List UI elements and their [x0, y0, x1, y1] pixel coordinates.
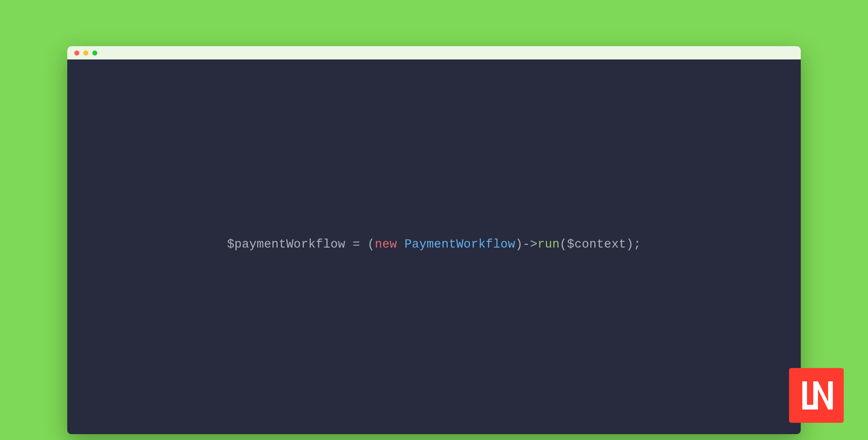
- maximize-icon[interactable]: [92, 50, 97, 56]
- code-class-name: PaymentWorkflow: [404, 237, 515, 251]
- code-semicolon: ;: [633, 237, 641, 251]
- code-space: [397, 237, 404, 251]
- code-call-close: ): [626, 237, 634, 251]
- terminal-body: $paymentWorkflow = (new PaymentWorkflow)…: [67, 59, 801, 434]
- code-arrow: ->: [523, 237, 538, 251]
- code-keyword-new: new: [375, 237, 397, 251]
- code-argument: $context: [567, 237, 626, 251]
- code-variable: $paymentWorkflow: [227, 237, 345, 251]
- code-close-paren: ): [515, 237, 523, 251]
- minimize-icon[interactable]: [83, 50, 88, 56]
- code-line: $paymentWorkflow = (new PaymentWorkflow)…: [227, 237, 641, 251]
- brand-badge: [789, 368, 844, 423]
- code-assign: =: [345, 237, 368, 251]
- window-titlebar: [67, 46, 801, 59]
- code-call-open: (: [560, 237, 567, 251]
- close-icon[interactable]: [74, 50, 79, 56]
- terminal-window: $paymentWorkflow = (new PaymentWorkflow)…: [67, 46, 801, 434]
- code-open-paren: (: [368, 237, 375, 251]
- code-method: run: [538, 237, 560, 251]
- ln-logo-icon: [797, 376, 836, 415]
